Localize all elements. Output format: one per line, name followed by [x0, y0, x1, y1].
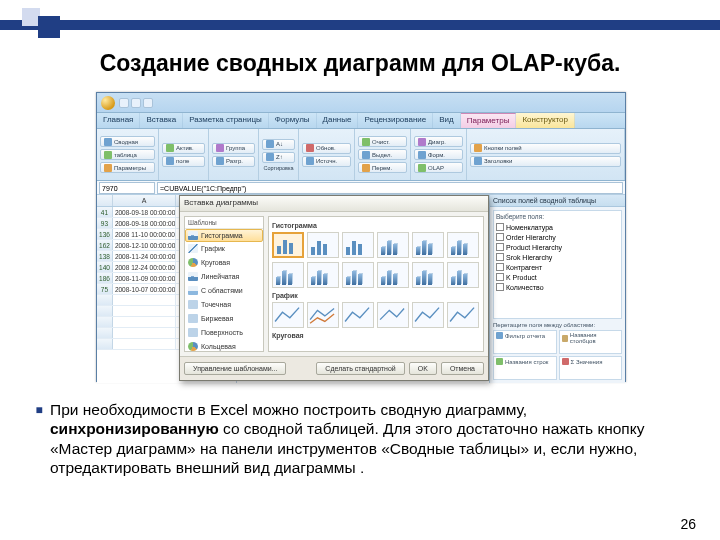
- chart-type-item: Круговая: [185, 256, 263, 270]
- ribbon-button: Заголовки: [470, 156, 621, 167]
- ribbon-button: Очист.: [358, 136, 407, 147]
- ribbon-button: Разгр.: [212, 156, 255, 167]
- ribbon-button: Перем.: [358, 162, 407, 173]
- formula-bar: 7970 =CUBVALUE("1C:Предпр"): [97, 181, 625, 195]
- chart-thumb: [377, 232, 409, 258]
- chart-thumb: [377, 302, 409, 328]
- ribbon-tab-insert: Вставка: [140, 113, 183, 128]
- chart-type-item: Поверхность: [185, 326, 263, 340]
- chart-thumb: [272, 262, 304, 288]
- fieldlist-area-values: Σ Значения: [559, 356, 623, 380]
- ribbon-tab-review: Рецензирование: [358, 113, 433, 128]
- chart-thumb: [272, 302, 304, 328]
- chart-thumb: [412, 302, 444, 328]
- insert-chart-dialog: Вставка диаграммы Шаблоны Гистограмма Гр…: [179, 195, 489, 381]
- fieldlist-item: K Product: [496, 272, 619, 282]
- ribbon-tab-design: Конструктор: [516, 113, 575, 128]
- chart-type-item: График: [185, 242, 263, 256]
- chart-type-item: Гистограмма: [185, 229, 263, 242]
- ribbon-body: Сводная таблица Параметры Актив. поле Гр…: [97, 129, 625, 181]
- chart-thumb: [447, 232, 479, 258]
- chart-thumb: [447, 262, 479, 288]
- bullet-text: ■ При необходимости в Excel можно постро…: [28, 400, 693, 478]
- pivot-field-list: Список полей сводной таблицы Выберите по…: [489, 195, 625, 383]
- ribbon-tab-options: Параметры: [461, 113, 517, 128]
- chart-thumb: [412, 262, 444, 288]
- ribbon-button: таблица: [100, 149, 155, 160]
- chart-thumb: [447, 302, 479, 328]
- ribbon-tabs: Главная Вставка Разметка страницы Формул…: [97, 113, 625, 129]
- bullet-marker-icon: ■: [28, 400, 50, 478]
- ribbon-tab-pagelayout: Разметка страницы: [183, 113, 269, 128]
- fieldlist-item: Количество: [496, 282, 619, 292]
- ribbon-button: Сводная: [100, 136, 155, 147]
- slide-accent-square-dark: [38, 16, 60, 38]
- ribbon-button: Группа: [212, 143, 255, 154]
- chart-type-item: С областями: [185, 284, 263, 298]
- ribbon-button: Выдел.: [358, 149, 407, 160]
- chart-thumb: [377, 262, 409, 288]
- ribbon-button: поле: [162, 156, 205, 167]
- ok-button: OK: [409, 362, 437, 375]
- ribbon-tab-data: Данные: [317, 113, 359, 128]
- fieldlist-item: Контрагент: [496, 262, 619, 272]
- slide-accent-band: [0, 20, 720, 30]
- chart-type-item: Биржевая: [185, 312, 263, 326]
- fieldlist-area-columns: Названия столбцов: [559, 330, 623, 354]
- ribbon-button: OLAP: [414, 162, 463, 173]
- fieldlist-item: Номенклатура: [496, 222, 619, 232]
- set-default-button: Сделать стандартной: [316, 362, 404, 375]
- quick-access-toolbar: [119, 98, 153, 108]
- fieldlist-item: Srok Hierarchy: [496, 252, 619, 262]
- bullet-content: При необходимости в Excel можно построит…: [50, 400, 693, 478]
- chart-thumb: [342, 302, 374, 328]
- fieldlist-choose-label: Выберите поля:: [496, 213, 619, 220]
- gallery-section-label: Гистограмма: [272, 222, 480, 229]
- chart-thumb: [307, 302, 339, 328]
- gallery-section-label: График: [272, 292, 480, 299]
- ribbon-button: Параметры: [100, 162, 155, 173]
- fieldlist-area-filter: Фильтр отчета: [493, 330, 557, 354]
- dialog-title: Вставка диаграммы: [180, 196, 488, 212]
- chart-thumb: [307, 262, 339, 288]
- slide-title: Создание сводных диаграмм для OLAP-куба.: [0, 50, 720, 77]
- chart-type-list: Шаблоны Гистограмма График Круговая Лине…: [184, 216, 264, 352]
- chart-thumb: [342, 262, 374, 288]
- ribbon-tab-home: Главная: [97, 113, 140, 128]
- cancel-button: Отмена: [441, 362, 484, 375]
- ribbon-tab-view: Вид: [433, 113, 460, 128]
- chart-thumb: [412, 232, 444, 258]
- templates-label: Шаблоны: [185, 217, 263, 229]
- ribbon-button: Форм.: [414, 149, 463, 160]
- ribbon-tab-formulas: Формулы: [269, 113, 317, 128]
- name-box: 7970: [99, 182, 155, 194]
- gallery-section-label: Круговая: [272, 332, 480, 339]
- fieldlist-title: Список полей сводной таблицы: [490, 195, 625, 207]
- page-number: 26: [680, 516, 696, 532]
- formula-box: =CUBVALUE("1C:Предпр"): [157, 182, 623, 194]
- excel-titlebar: [97, 93, 625, 113]
- dialog-footer: Управление шаблонами... Сделать стандарт…: [180, 356, 488, 380]
- chart-gallery: Гистограмма: [268, 216, 484, 352]
- ribbon-button: Обнов.: [302, 143, 351, 154]
- chart-type-item: Линейчатая: [185, 270, 263, 284]
- fieldlist-item: Product Hierarchy: [496, 242, 619, 252]
- excel-screenshot: Главная Вставка Разметка страницы Формул…: [96, 92, 626, 382]
- excel-workarea: A B C 412008-09-18 00:00:00 932008-09-18…: [97, 195, 625, 383]
- chart-type-item: Кольцевая: [185, 340, 263, 352]
- ribbon-button: Диагр.: [414, 136, 463, 147]
- chart-thumb: [307, 232, 339, 258]
- ribbon-button: Кнопки полей: [470, 143, 621, 154]
- ribbon-button: Актив.: [162, 143, 205, 154]
- fieldlist-drag-hint: Перетащите поля между областями:: [490, 322, 625, 330]
- ribbon-button: Источн.: [302, 156, 351, 167]
- fieldlist-area-rows: Названия строк: [493, 356, 557, 380]
- ribbon-button: Z↑: [262, 152, 295, 163]
- chart-thumb: [342, 232, 374, 258]
- office-orb-icon: [101, 96, 115, 110]
- manage-templates-button: Управление шаблонами...: [184, 362, 286, 375]
- ribbon-button: A↓: [262, 139, 295, 150]
- chart-thumb: [272, 232, 304, 258]
- chart-type-item: Точечная: [185, 298, 263, 312]
- fieldlist-item: Order Hierarchy: [496, 232, 619, 242]
